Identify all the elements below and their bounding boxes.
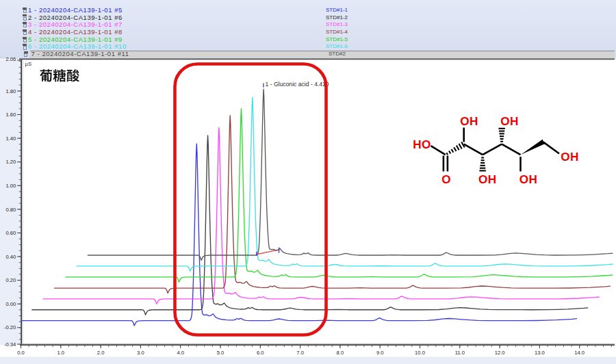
svg-text:1.0: 1.0 — [57, 350, 65, 356]
svg-text:10.0: 10.0 — [415, 350, 425, 356]
svg-text:4.0: 4.0 — [177, 350, 184, 356]
svg-text:0.60: 0.60 — [5, 230, 16, 236]
svg-text:O: O — [441, 172, 451, 186]
svg-text:0.40: 0.40 — [5, 254, 16, 260]
svg-text:1 - Gluconic acid - 4.410: 1 - Gluconic acid - 4.410 — [266, 81, 329, 88]
svg-text:OH: OH — [478, 172, 497, 186]
svg-text:5.0: 5.0 — [217, 350, 224, 356]
svg-text:2.0: 2.0 — [97, 350, 105, 356]
svg-text:OH: OH — [519, 172, 538, 186]
svg-text:8.0: 8.0 — [337, 350, 344, 356]
svg-text:2.06: 2.06 — [5, 56, 16, 62]
svg-text:1.00: 1.00 — [5, 183, 16, 189]
svg-text:0.80: 0.80 — [5, 207, 16, 213]
svg-text:11.0: 11.0 — [455, 350, 465, 356]
svg-text:OH: OH — [460, 114, 478, 128]
svg-text:0.00: 0.00 — [5, 301, 16, 307]
svg-text:-0.20: -0.20 — [4, 324, 16, 330]
svg-text:µS: µS — [25, 61, 32, 67]
svg-text:1.60: 1.60 — [5, 112, 16, 118]
svg-text:1.80: 1.80 — [5, 88, 16, 94]
svg-text:7.0: 7.0 — [296, 350, 304, 356]
svg-text:OH: OH — [500, 114, 519, 128]
svg-text:9.0: 9.0 — [376, 350, 384, 356]
svg-text:HO: HO — [413, 138, 431, 151]
svg-text:-0.34: -0.34 — [4, 341, 16, 348]
svg-text:14.0: 14.0 — [574, 350, 585, 356]
svg-text:1.40: 1.40 — [5, 135, 16, 142]
svg-text:0.20: 0.20 — [5, 277, 16, 283]
svg-text:1.20: 1.20 — [5, 159, 16, 165]
svg-text:OH: OH — [561, 150, 579, 164]
svg-text:3.0: 3.0 — [137, 350, 144, 356]
svg-text:13.0: 13.0 — [535, 350, 545, 356]
svg-text:12.0: 12.0 — [495, 350, 505, 356]
svg-text:0.0: 0.0 — [17, 350, 25, 356]
svg-text:6.0: 6.0 — [257, 350, 264, 356]
